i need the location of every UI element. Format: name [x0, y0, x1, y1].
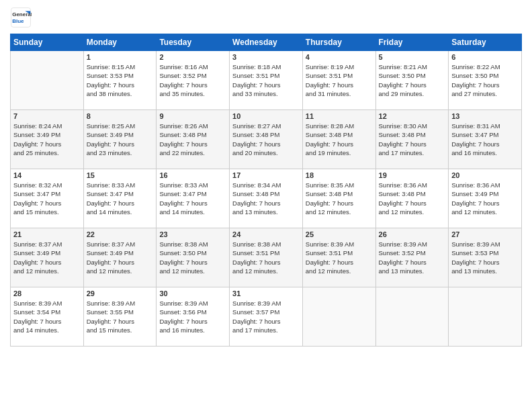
calendar-cell: 3Sunrise: 8:18 AMSunset: 3:51 PMDaylight…	[230, 51, 303, 110]
day-info: Sunrise: 8:26 AMSunset: 3:48 PMDaylight:…	[159, 122, 226, 157]
calendar-cell: 29Sunrise: 8:39 AMSunset: 3:55 PMDayligh…	[83, 287, 157, 347]
calendar-cell: 1Sunrise: 8:15 AMSunset: 3:53 PMDaylight…	[83, 51, 157, 110]
day-number: 16	[159, 171, 226, 179]
calendar-cell: 20Sunrise: 8:36 AMSunset: 3:49 PMDayligh…	[449, 169, 522, 228]
calendar-cell: 12Sunrise: 8:30 AMSunset: 3:48 PMDayligh…	[375, 110, 449, 169]
day-number: 7	[13, 112, 81, 120]
calendar-cell: 11Sunrise: 8:28 AMSunset: 3:48 PMDayligh…	[302, 110, 375, 169]
calendar-cell: 24Sunrise: 8:38 AMSunset: 3:51 PMDayligh…	[230, 228, 303, 287]
calendar-cell: 22Sunrise: 8:37 AMSunset: 3:49 PMDayligh…	[83, 228, 157, 287]
day-info: Sunrise: 8:39 AMSunset: 3:57 PMDaylight:…	[232, 299, 300, 334]
day-number: 22	[87, 230, 154, 238]
calendar-cell: 16Sunrise: 8:33 AMSunset: 3:47 PMDayligh…	[157, 169, 230, 228]
day-number: 6	[451, 53, 519, 61]
day-number: 23	[159, 230, 226, 238]
calendar-cell: 7Sunrise: 8:24 AMSunset: 3:49 PMDaylight…	[11, 110, 84, 169]
day-info: Sunrise: 8:33 AMSunset: 3:47 PMDaylight:…	[159, 181, 226, 216]
day-number: 31	[232, 289, 300, 298]
day-number: 18	[306, 171, 373, 179]
day-info: Sunrise: 8:30 AMSunset: 3:48 PMDaylight:…	[379, 122, 446, 157]
day-info: Sunrise: 8:39 AMSunset: 3:56 PMDaylight:…	[159, 299, 226, 334]
day-number: 17	[232, 171, 300, 179]
calendar-cell: 30Sunrise: 8:39 AMSunset: 3:56 PMDayligh…	[157, 287, 230, 347]
day-header-friday: Friday	[375, 34, 449, 51]
day-number: 28	[13, 289, 81, 298]
day-info: Sunrise: 8:34 AMSunset: 3:48 PMDaylight:…	[232, 181, 300, 216]
day-header-saturday: Saturday	[449, 34, 522, 51]
calendar-cell	[302, 287, 375, 347]
calendar-cell	[449, 287, 522, 347]
day-number: 26	[379, 230, 446, 238]
day-info: Sunrise: 8:24 AMSunset: 3:49 PMDaylight:…	[13, 122, 81, 157]
day-info: Sunrise: 8:36 AMSunset: 3:49 PMDaylight:…	[451, 181, 519, 216]
calendar-cell: 14Sunrise: 8:32 AMSunset: 3:47 PMDayligh…	[11, 169, 84, 228]
day-header-wednesday: Wednesday	[230, 34, 303, 51]
day-info: Sunrise: 8:28 AMSunset: 3:48 PMDaylight:…	[306, 122, 373, 157]
day-number: 12	[379, 112, 446, 120]
logo: General Blue	[10, 7, 34, 28]
calendar-cell: 10Sunrise: 8:27 AMSunset: 3:48 PMDayligh…	[230, 110, 303, 169]
day-info: Sunrise: 8:33 AMSunset: 3:47 PMDaylight:…	[87, 181, 154, 216]
day-number: 20	[451, 171, 519, 179]
day-number: 5	[379, 53, 446, 61]
day-number: 4	[306, 53, 373, 61]
calendar-cell	[375, 287, 449, 347]
day-number: 10	[232, 112, 300, 120]
calendar-cell: 5Sunrise: 8:21 AMSunset: 3:50 PMDaylight…	[375, 51, 449, 110]
calendar-cell: 9Sunrise: 8:26 AMSunset: 3:48 PMDaylight…	[157, 110, 230, 169]
calendar-cell: 31Sunrise: 8:39 AMSunset: 3:57 PMDayligh…	[230, 287, 303, 347]
day-info: Sunrise: 8:15 AMSunset: 3:53 PMDaylight:…	[87, 62, 154, 98]
day-header-sunday: Sunday	[11, 34, 84, 51]
day-number: 24	[232, 230, 300, 238]
day-number: 8	[87, 112, 154, 120]
day-info: Sunrise: 8:25 AMSunset: 3:49 PMDaylight:…	[87, 122, 154, 157]
day-info: Sunrise: 8:16 AMSunset: 3:52 PMDaylight:…	[159, 62, 226, 98]
day-number: 21	[13, 230, 81, 238]
day-info: Sunrise: 8:39 AMSunset: 3:52 PMDaylight:…	[379, 240, 446, 275]
day-info: Sunrise: 8:27 AMSunset: 3:48 PMDaylight:…	[232, 122, 300, 157]
calendar-cell: 15Sunrise: 8:33 AMSunset: 3:47 PMDayligh…	[83, 169, 157, 228]
calendar-cell: 6Sunrise: 8:22 AMSunset: 3:50 PMDaylight…	[449, 51, 522, 110]
calendar-cell: 8Sunrise: 8:25 AMSunset: 3:49 PMDaylight…	[83, 110, 157, 169]
day-info: Sunrise: 8:38 AMSunset: 3:50 PMDaylight:…	[159, 240, 226, 275]
day-number: 25	[306, 230, 373, 238]
day-info: Sunrise: 8:39 AMSunset: 3:55 PMDaylight:…	[87, 299, 154, 334]
calendar-cell: 23Sunrise: 8:38 AMSunset: 3:50 PMDayligh…	[157, 228, 230, 287]
day-number: 2	[159, 53, 226, 61]
header: General Blue	[10, 7, 522, 28]
day-header-tuesday: Tuesday	[157, 34, 230, 51]
day-info: Sunrise: 8:22 AMSunset: 3:50 PMDaylight:…	[451, 62, 519, 98]
day-info: Sunrise: 8:21 AMSunset: 3:50 PMDaylight:…	[379, 62, 446, 98]
day-info: Sunrise: 8:31 AMSunset: 3:47 PMDaylight:…	[451, 122, 519, 157]
calendar-cell	[11, 51, 84, 110]
day-number: 30	[159, 289, 226, 298]
calendar-cell: 2Sunrise: 8:16 AMSunset: 3:52 PMDaylight…	[157, 51, 230, 110]
day-info: Sunrise: 8:18 AMSunset: 3:51 PMDaylight:…	[232, 62, 300, 98]
calendar-cell: 26Sunrise: 8:39 AMSunset: 3:52 PMDayligh…	[375, 228, 449, 287]
day-number: 11	[306, 112, 373, 120]
day-number: 3	[232, 53, 300, 61]
day-number: 9	[159, 112, 226, 120]
calendar-cell: 13Sunrise: 8:31 AMSunset: 3:47 PMDayligh…	[449, 110, 522, 169]
calendar-cell: 25Sunrise: 8:39 AMSunset: 3:51 PMDayligh…	[302, 228, 375, 287]
day-info: Sunrise: 8:35 AMSunset: 3:48 PMDaylight:…	[306, 181, 373, 216]
calendar-cell: 21Sunrise: 8:37 AMSunset: 3:49 PMDayligh…	[11, 228, 84, 287]
day-number: 13	[451, 112, 519, 120]
day-info: Sunrise: 8:19 AMSunset: 3:51 PMDaylight:…	[306, 62, 373, 98]
day-header-thursday: Thursday	[302, 34, 375, 51]
calendar-cell: 27Sunrise: 8:39 AMSunset: 3:53 PMDayligh…	[449, 228, 522, 287]
calendar-table: SundayMondayTuesdayWednesdayThursdayFrid…	[10, 34, 522, 347]
calendar-cell: 19Sunrise: 8:36 AMSunset: 3:48 PMDayligh…	[375, 169, 449, 228]
day-number: 29	[87, 289, 154, 298]
day-number: 19	[379, 171, 446, 179]
day-info: Sunrise: 8:37 AMSunset: 3:49 PMDaylight:…	[13, 240, 81, 275]
day-info: Sunrise: 8:39 AMSunset: 3:53 PMDaylight:…	[451, 240, 519, 275]
day-info: Sunrise: 8:36 AMSunset: 3:48 PMDaylight:…	[379, 181, 446, 216]
page: General Blue SundayMondayTuesdayWednesda…	[0, 0, 532, 411]
calendar-cell: 28Sunrise: 8:39 AMSunset: 3:54 PMDayligh…	[11, 287, 84, 347]
logo-icon: General Blue	[10, 7, 32, 28]
day-number: 1	[87, 53, 154, 61]
day-info: Sunrise: 8:39 AMSunset: 3:54 PMDaylight:…	[13, 299, 81, 334]
calendar-cell: 17Sunrise: 8:34 AMSunset: 3:48 PMDayligh…	[230, 169, 303, 228]
day-header-monday: Monday	[83, 34, 157, 51]
